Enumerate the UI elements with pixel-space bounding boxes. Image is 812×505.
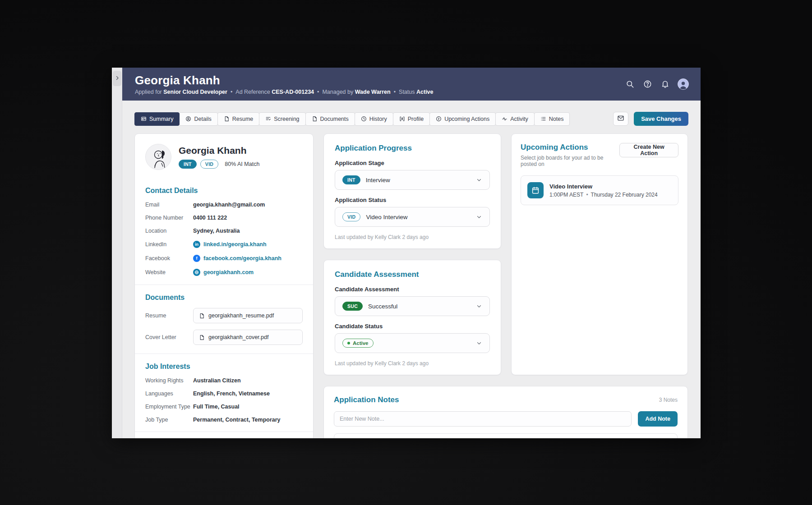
interest-label: Working Rights (145, 377, 193, 384)
help-icon[interactable] (642, 79, 652, 89)
status-pill-active: Active (342, 339, 374, 348)
header-meta-item: Ad Reference CES-AD-001234 (235, 89, 314, 95)
contact-label: Website (145, 269, 193, 275)
interest-value: Australian Citizen (193, 377, 241, 384)
interest-label: Job Type (145, 417, 193, 423)
tab-profile[interactable]: Profile (393, 112, 430, 126)
collapsed-sidebar-rail (112, 68, 122, 438)
notes-header: Application Notes 3 Notes (334, 395, 678, 404)
contact-row: Emailgeorgia.khanh@gmail.com (145, 202, 303, 208)
chevron-down-icon (476, 303, 482, 309)
file-icon (224, 116, 230, 122)
header-text-block: Georgia Khanh Applied for Senior Cloud D… (135, 73, 434, 95)
candidate-summary-card: Georgia Khanh INTVID80% AI Match Contact… (134, 133, 314, 438)
app-window: Georgia Khanh Applied for Senior Cloud D… (112, 68, 701, 438)
tab-documents[interactable]: Documents (305, 112, 355, 126)
tab-details[interactable]: Details (179, 112, 217, 126)
notifications-icon[interactable] (660, 79, 670, 89)
candidate-dropdown[interactable]: SUCSuccessful (335, 296, 490, 316)
file-name: georgiakhanh_cover.pdf (208, 334, 268, 340)
candidate-name: Georgia Khanh (179, 145, 259, 156)
recruitment-details-section: Recruitment Details (135, 432, 313, 438)
create-new-action-button[interactable]: Create New Action (619, 143, 678, 157)
document-file[interactable]: georgiakhanh_resume.pdf (193, 308, 303, 323)
interest-value: Full Time, Casual (193, 404, 240, 410)
desktop-backdrop: Georgia Khanh Applied for Senior Cloud D… (0, 0, 812, 505)
contact-label: Phone Number (145, 215, 193, 221)
tab-label: Screening (274, 116, 299, 122)
calendar-icon (527, 182, 544, 198)
document-row: Cover Lettergeorgiakhanh_cover.pdf (145, 330, 303, 345)
upcoming-actions-subtitle: Select job boards for your ad to be post… (521, 155, 619, 167)
application-dropdown[interactable]: VIDVideo Interview (335, 207, 490, 227)
new-note-input[interactable] (334, 411, 632, 427)
tab-bar: SummaryDetailsResumeScreeningDocumentsHi… (134, 112, 570, 126)
tab-resume[interactable]: Resume (217, 112, 260, 126)
interest-label: Employment Type (145, 404, 193, 410)
search-icon[interactable] (625, 79, 635, 89)
globe-icon (193, 269, 200, 276)
document-rows: Resumegeorgiakhanh_resume.pdfCover Lette… (145, 308, 303, 345)
interest-value: Permanent, Contract, Temporary (193, 417, 281, 423)
tab-activity[interactable]: Activity (495, 112, 535, 126)
contact-row: Websitegeorgiakhanh.com (145, 269, 303, 276)
user-avatar[interactable] (678, 78, 689, 90)
profile-badges: INTVID80% AI Match (179, 160, 259, 169)
contact-value[interactable]: ffacebook.com/georgia.khanh (193, 255, 281, 262)
badge-suc: SUC (342, 302, 363, 311)
upcoming-actions-card: Upcoming Actions Select job boards for y… (511, 133, 688, 375)
add-note-button[interactable]: Add Note (638, 411, 678, 427)
clock-icon (361, 116, 367, 122)
interest-value: English, French, Vietnamese (193, 390, 270, 397)
candidate-assessment-heading: Candidate Assessment (335, 270, 490, 279)
assessment-last-updated: Last updated by Kelly Clark 2 days ago (335, 360, 490, 367)
dropdown-value: Successful (368, 303, 471, 310)
application-notes-card: Application Notes 3 Notes Add Note Kelly… (323, 386, 688, 438)
badge-vid: VID (342, 212, 360, 221)
application-notes-heading: Application Notes (334, 395, 399, 404)
linkedin-icon: in (193, 241, 200, 248)
tab-history[interactable]: History (355, 112, 393, 126)
upcoming-action-item[interactable]: Video Interview1:00PM AEST•Thursday 22 F… (521, 175, 678, 205)
application-field-label: Application Status (335, 197, 490, 203)
email-candidate-button[interactable] (613, 112, 628, 126)
list-icon (540, 116, 546, 122)
expand-sidebar-button[interactable] (113, 71, 121, 86)
green-dot (347, 342, 350, 344)
tab-label: Summary (149, 116, 173, 122)
contact-value[interactable]: inlinked.in/georgia.khanh (193, 241, 267, 248)
documents-heading: Documents (145, 294, 303, 302)
upcoming-actions-heading: Upcoming Actions (521, 143, 619, 152)
save-changes-button[interactable]: Save Changes (634, 112, 688, 126)
page-content: SummaryDetailsResumeScreeningDocumentsHi… (122, 101, 701, 438)
application-progress-card: Application Progress Application StageIN… (323, 133, 501, 249)
job-interest-row: Working RightsAustralian Citizen (145, 377, 303, 384)
tab-notes[interactable]: Notes (534, 112, 570, 126)
contact-row: Phone Number0400 111 222 (145, 215, 303, 221)
application-progress-heading: Application Progress (335, 144, 490, 153)
id-card-icon (141, 116, 147, 122)
candidate-header: Georgia Khanh Applied for Senior Cloud D… (122, 68, 701, 101)
contact-value[interactable]: georgiakhanh.com (193, 269, 254, 276)
tab-summary[interactable]: Summary (134, 112, 180, 126)
contact-label: Facebook (145, 255, 193, 262)
documents-section: Documents Resumegeorgiakhanh_resume.pdfC… (135, 285, 313, 354)
candidate-dropdown[interactable]: Active (335, 333, 490, 353)
application-dropdown[interactable]: INTInterview (335, 170, 490, 190)
tab-label: History (369, 116, 387, 122)
candidate-assessment-card: Candidate Assessment Candidate Assessmen… (323, 260, 501, 375)
contact-value: Sydney, Australia (193, 228, 240, 234)
tab-screening[interactable]: Screening (259, 112, 305, 126)
header-meta-item: Status Active (399, 89, 433, 95)
chevron-right-icon (115, 75, 120, 82)
pulse-icon (502, 116, 508, 122)
badge-vid: VID (200, 160, 218, 169)
job-interest-row: LanguagesEnglish, French, Vietnamese (145, 390, 303, 397)
document-label: Cover Letter (145, 334, 193, 340)
document-row: Resumegeorgiakhanh_resume.pdf (145, 308, 303, 323)
document-file[interactable]: georgiakhanh_cover.pdf (193, 330, 303, 345)
user-brackets-icon (399, 116, 405, 122)
chevron-down-icon (476, 177, 482, 183)
page-title: Georgia Khanh (135, 73, 434, 87)
tab-upcoming-actions[interactable]: Upcoming Actions (429, 112, 496, 126)
